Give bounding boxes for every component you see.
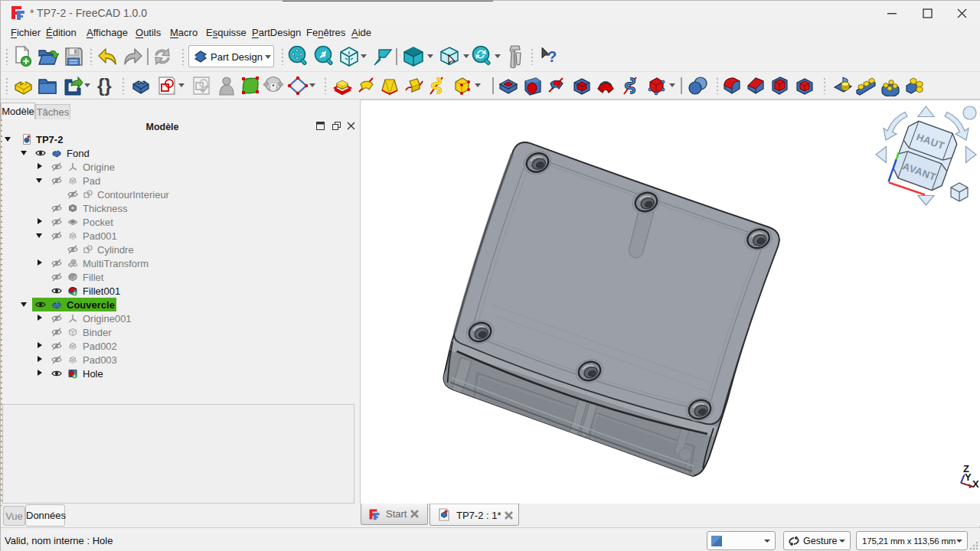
svg-text:X: X	[972, 478, 979, 490]
svg-text:Y: Y	[965, 471, 972, 483]
